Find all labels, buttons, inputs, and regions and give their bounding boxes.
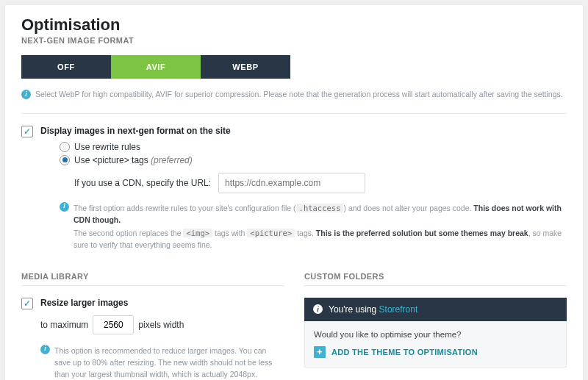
cdn-label: If you use a CDN, specify the URL:	[74, 178, 211, 188]
info-icon: i	[40, 345, 50, 354]
tab-avif[interactable]: AVIF	[111, 55, 201, 79]
plus-icon: +	[314, 346, 326, 358]
optimise-theme-question: Would you like to optimise your theme?	[314, 330, 557, 339]
tab-webp[interactable]: WEBP	[201, 55, 290, 79]
cdn-url-input[interactable]	[218, 173, 365, 193]
page-title: Optimisation	[21, 15, 567, 35]
resize-width-input[interactable]	[93, 315, 134, 334]
section-subheader: NEXT-GEN IMAGE FORMAT	[21, 36, 567, 45]
checkbox-resize-larger[interactable]	[21, 298, 33, 309]
resize-label: Resize larger images	[40, 298, 128, 308]
add-theme-button[interactable]: + ADD THE THEME TO OPTIMISATION	[314, 346, 478, 358]
radio-rewrite-rules[interactable]: Use rewrite rules	[60, 142, 567, 152]
tab-off[interactable]: OFF	[21, 55, 111, 79]
display-nextgen-label: Display images in next-gen format on the…	[40, 126, 567, 136]
theme-banner: i You're using Storefront	[304, 298, 567, 321]
resize-note: This option is recommended to reduce lar…	[54, 345, 284, 380]
divider	[21, 113, 567, 114]
theme-link[interactable]: Storefront	[379, 304, 418, 315]
display-note: The first option adds rewrite rules to y…	[74, 202, 567, 253]
info-icon: i	[21, 90, 31, 99]
info-icon: i	[313, 304, 323, 314]
format-tabs: OFF AVIF WEBP	[21, 55, 567, 79]
custom-folders-header: CUSTOM FOLDERS	[304, 272, 567, 286]
info-icon: i	[60, 202, 69, 212]
radio-picture-tags[interactable]: Use <picture> tags (preferred)	[60, 155, 567, 165]
format-info: i Select WebP for high compatibility, AV…	[21, 86, 567, 107]
media-library-header: MEDIA LIBRARY	[21, 272, 284, 286]
checkbox-display-nextgen[interactable]	[21, 126, 33, 137]
